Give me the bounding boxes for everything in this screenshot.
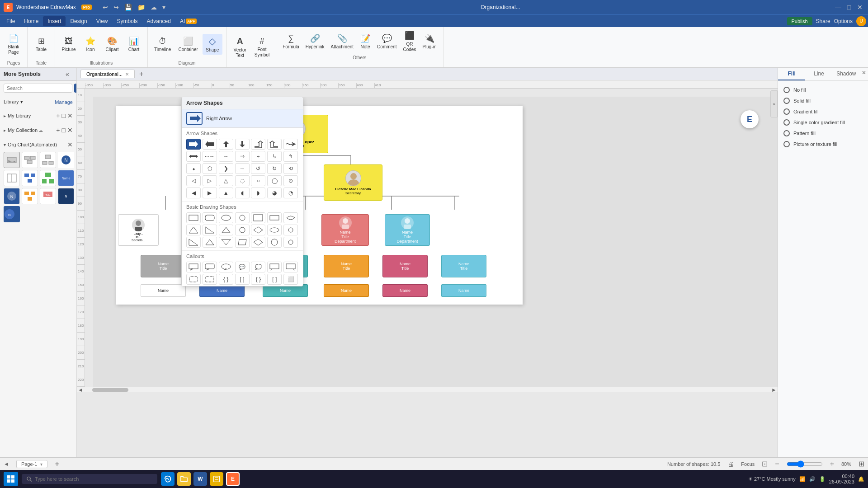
org-box-gold[interactable]: Name Title (324, 255, 369, 277)
arrow-v2[interactable]: ▷ (203, 175, 217, 186)
shape-item-2[interactable] (22, 152, 38, 168)
taskbar-search-input[interactable] (35, 476, 153, 482)
add-tab-btn[interactable]: + (137, 69, 146, 79)
menu-file[interactable]: File (2, 16, 19, 26)
arrow-v3[interactable]: △ (219, 175, 233, 186)
round-rect[interactable] (203, 212, 217, 223)
ellipse2[interactable] (267, 225, 282, 235)
callout11[interactable]: [ ] (235, 274, 250, 285)
arrow-outline[interactable]: → (235, 163, 250, 174)
right-triangle[interactable] (203, 225, 217, 235)
arrow-down[interactable] (235, 139, 250, 150)
org-box-cyan2[interactable]: Name Title (441, 255, 486, 277)
share-btn[interactable]: Share (816, 18, 830, 24)
callout1[interactable] (186, 262, 201, 272)
clock[interactable]: 00:40 26-09-2023 (829, 474, 854, 484)
callout8[interactable] (186, 274, 201, 285)
arrow-v1[interactable]: ◁ (186, 175, 201, 186)
diamond1[interactable] (251, 225, 265, 235)
arrow-circle1[interactable]: ◌ (235, 175, 250, 186)
circle2[interactable] (235, 225, 250, 235)
options-btn[interactable]: Options (834, 18, 853, 24)
panel-collapse-btn[interactable]: « (66, 70, 73, 78)
fill-option-none[interactable]: No fill (782, 84, 864, 95)
callout14[interactable]: ⬜ (283, 274, 298, 285)
shape-item-11[interactable]: Title (40, 188, 56, 204)
circle5[interactable] (283, 237, 298, 248)
tab-line[interactable]: Line (805, 68, 832, 80)
org-box-n3[interactable]: Name Title Department (321, 214, 369, 246)
fill-option-solid[interactable]: Solid fill (782, 95, 864, 106)
chart-btn[interactable]: 📊 Chart (124, 34, 144, 54)
arrow-short[interactable]: ⇒ (235, 151, 250, 162)
shape-item-4[interactable]: N (58, 152, 74, 168)
callout13[interactable]: [ ] (267, 274, 282, 285)
ellipse1[interactable] (219, 212, 233, 223)
diamond2[interactable] (251, 237, 265, 248)
arrow-arc2[interactable]: ◗ (251, 188, 265, 198)
notification-icon[interactable]: 🔔 (858, 476, 864, 482)
fill-option-pattern[interactable]: Pattern fill (782, 128, 864, 139)
arrow-striped1[interactable]: ···→ (203, 151, 217, 162)
arrow-circle2[interactable]: ○ (251, 175, 265, 186)
fullscreen-btn[interactable]: ⊞ (859, 460, 864, 468)
search-input[interactable] (4, 84, 72, 93)
org-box-partial[interactable]: Lady... M... Secreta... (118, 214, 159, 246)
plugin-btn[interactable]: 🔌 Plug-in (420, 29, 439, 54)
menu-design[interactable]: Design (66, 16, 91, 26)
triangle1[interactable] (186, 225, 201, 235)
arrow-bent-right[interactable] (251, 139, 265, 150)
my-collection-close-btn[interactable]: ✕ (67, 127, 73, 134)
arrow-circle4[interactable]: ⊙ (283, 175, 298, 186)
iso-triangle[interactable] (219, 225, 233, 235)
arrow-w3[interactable]: ▲ (219, 188, 233, 198)
my-collection-header[interactable]: ▸ My Collection ☁ + □ ✕ (4, 125, 73, 136)
attachment-btn[interactable]: 📎 Attachment (328, 29, 357, 54)
tri-r3[interactable] (219, 237, 233, 248)
library-header[interactable]: Library ▾ Manage (4, 97, 73, 107)
arrow-up[interactable] (219, 139, 233, 150)
circle4[interactable] (267, 237, 282, 248)
org-box-bottom6[interactable]: Name (441, 284, 486, 297)
shape-item-3[interactable] (40, 152, 56, 168)
publish-btn[interactable]: Publish (787, 17, 812, 25)
arrow-w2[interactable]: ▶ (203, 188, 217, 198)
my-library-header[interactable]: ▸ My Library + □ ✕ (4, 110, 73, 121)
callout6[interactable] (267, 262, 282, 272)
tri-r1[interactable] (186, 237, 201, 248)
para1[interactable] (235, 237, 250, 248)
diagram-nav-btn[interactable]: ◄ (4, 461, 9, 467)
callout3[interactable] (219, 262, 233, 272)
shape-item-6[interactable] (22, 170, 38, 186)
arrow-curved[interactable]: ⤷ (251, 151, 265, 162)
fit-btn[interactable]: ⊡ (762, 460, 768, 468)
tri-r2[interactable] (203, 237, 217, 248)
minimize-btn[interactable]: — (834, 4, 843, 11)
callout18[interactable]: ⟵ (235, 286, 250, 286)
menu-home[interactable]: Home (19, 16, 43, 26)
taskbar-app-edrawmax[interactable]: E (226, 472, 240, 486)
drawing-canvas[interactable]: Gia Mikaela Lopez President Liezelle Mae… (93, 97, 778, 387)
taskbar-app-word[interactable]: W (193, 472, 207, 486)
org-box-bottom5[interactable]: Name (382, 284, 428, 297)
org-box-n4[interactable]: Name Title Department (385, 214, 430, 246)
shape-item-8[interactable]: Name (58, 170, 74, 186)
menu-symbols[interactable]: Symbols (113, 16, 142, 26)
shape-item-10[interactable] (22, 188, 38, 204)
curved-rect[interactable] (283, 212, 298, 223)
arrow-corner[interactable]: ↰ (283, 151, 298, 162)
menu-insert[interactable]: Insert (43, 16, 66, 26)
timeline-btn[interactable]: ⏱ Timeline (151, 35, 174, 54)
callout4[interactable]: 💬 (235, 262, 250, 272)
my-library-add-btn[interactable]: + (56, 112, 60, 119)
org-box-bottom1[interactable]: Name (141, 284, 186, 297)
taskbar-app-edge[interactable] (161, 472, 175, 486)
fill-option-gradient[interactable]: Gradient fill (782, 106, 864, 117)
more-btn[interactable]: ▾ (160, 3, 167, 12)
add-page-btn[interactable]: + (55, 460, 59, 468)
shape-item-9[interactable]: N (4, 188, 20, 204)
manage-btn[interactable]: Manage (55, 99, 73, 105)
doc-tab-close[interactable]: ✕ (125, 72, 129, 77)
taskbar-app-files[interactable] (177, 472, 191, 486)
fill-option-picture[interactable]: Picture or texture fill (782, 139, 864, 150)
